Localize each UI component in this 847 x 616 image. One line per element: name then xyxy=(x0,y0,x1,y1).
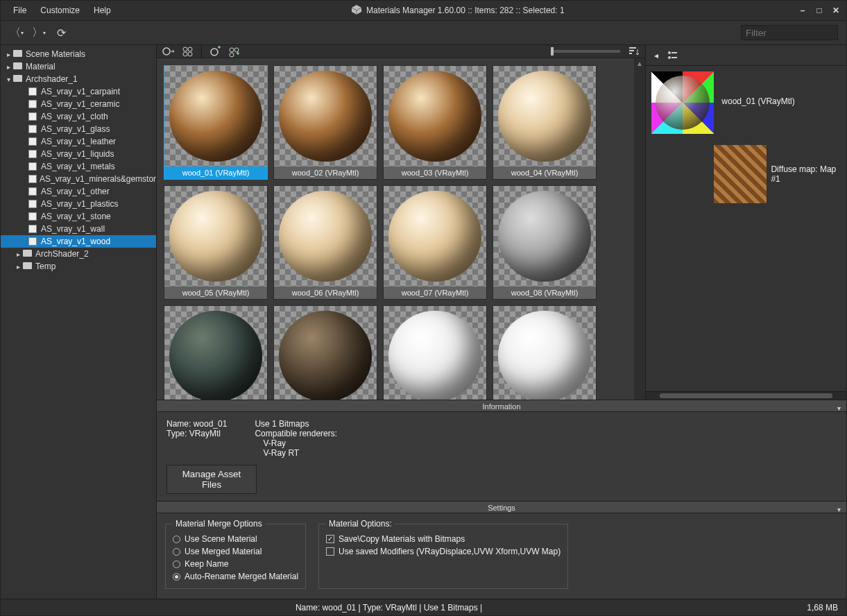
check-use-modifiers[interactable] xyxy=(326,547,334,556)
tree-item[interactable]: Scene Materials xyxy=(26,49,85,59)
svg-point-8 xyxy=(230,48,234,52)
preview-scrollbar[interactable] xyxy=(646,391,846,400)
tree-item-AS_vray_v1_stone[interactable]: AS_vray_v1_stone xyxy=(1,210,156,223)
radio-use-scene[interactable] xyxy=(173,536,180,543)
material-thumbnail[interactable]: wood_07 (VRayMtl) xyxy=(383,185,487,300)
tree-item-AS_vray_v1_cloth[interactable]: AS_vray_v1_cloth xyxy=(1,110,156,123)
material-file-icon xyxy=(28,150,37,158)
radio-use-merged[interactable] xyxy=(173,548,180,556)
thumb-label: wood_08 (VRayMtl) xyxy=(493,286,596,299)
tree-item-AS_vray_v1_wall[interactable]: AS_vray_v1_wall xyxy=(1,223,156,235)
tree-item-AS_vray_v1_metals[interactable]: AS_vray_v1_metals xyxy=(1,160,156,173)
app-icon xyxy=(351,4,362,17)
assign-to-editor-icon[interactable] xyxy=(182,45,194,58)
thumbnail-zoom-slider[interactable] xyxy=(551,50,620,53)
svg-point-10 xyxy=(230,53,234,57)
nav-forward-button[interactable]: 〉▾ xyxy=(31,25,46,40)
tree-item-AS_vray_v1_carpaint[interactable]: AS_vray_v1_carpaint xyxy=(1,85,156,98)
radio-keep-name[interactable] xyxy=(173,561,180,568)
assign-to-selection-icon[interactable] xyxy=(162,45,175,58)
sort-icon[interactable] xyxy=(627,45,640,58)
material-thumbnail[interactable]: wood_05 (VRayMtl) xyxy=(164,185,268,300)
preview-map-thumb[interactable] xyxy=(714,145,767,203)
svg-point-9 xyxy=(234,48,239,52)
tree-item-label: AS_vray_v1_leather xyxy=(41,137,116,146)
tree-item[interactable]: ArchShader_2 xyxy=(35,249,89,259)
menu-file[interactable]: File xyxy=(6,3,33,18)
svg-point-12 xyxy=(668,56,671,59)
expand-icon[interactable]: ▸ xyxy=(3,63,13,71)
tree-item[interactable]: Material xyxy=(26,62,55,71)
thumb-label: wood_02 (VRayMtl) xyxy=(274,166,377,179)
svg-point-7 xyxy=(211,49,218,55)
radio-auto-rename[interactable] xyxy=(173,573,180,581)
svg-point-4 xyxy=(188,47,192,51)
settings-panel: Material Merge Options Use Scene Materia… xyxy=(157,513,846,599)
svg-point-2 xyxy=(163,48,170,55)
add-material-icon[interactable] xyxy=(209,45,221,58)
collapse-icon[interactable]: ▾ xyxy=(3,76,13,83)
tree-item-label: AS_vray_v1_cloth xyxy=(41,112,108,121)
preview-material-label: wood_01 (VRayMtl) xyxy=(721,71,794,106)
folder-icon xyxy=(13,75,22,82)
chevron-down-icon: ▾ xyxy=(837,402,841,415)
preview-sphere[interactable] xyxy=(651,71,714,134)
material-file-icon xyxy=(28,212,37,221)
tree-item-AS_vray_v1_leather[interactable]: AS_vray_v1_leather xyxy=(1,135,156,148)
tree-item-label: AS_vray_v1_metals xyxy=(41,162,115,171)
manage-asset-files-button[interactable]: Manage Asset Files xyxy=(166,465,257,494)
tree-item-label: AS_vray_v1_glass xyxy=(41,124,110,134)
nav-refresh-button[interactable]: ⟳ xyxy=(53,25,69,40)
material-file-icon xyxy=(28,175,37,183)
filter-input[interactable] xyxy=(741,25,838,40)
tree-item[interactable]: Temp xyxy=(35,262,55,271)
check-save-copy[interactable] xyxy=(326,535,334,543)
tree-item-label: AS_vray_v1_minerals&gemstone xyxy=(40,174,156,184)
material-file-icon xyxy=(28,200,37,208)
tree-item-AS_vray_v1_wood[interactable]: AS_vray_v1_wood xyxy=(1,235,156,248)
tree-item-AS_vray_v1_ceramic[interactable]: AS_vray_v1_ceramic xyxy=(1,98,156,110)
material-thumbnail[interactable]: wood_06 (VRayMtl) xyxy=(273,185,377,300)
svg-point-3 xyxy=(183,47,187,51)
thumb-scrollbar[interactable]: ▲▼ xyxy=(634,58,645,427)
nav-back-button[interactable]: 〈▾ xyxy=(9,25,24,40)
tree-item-AS_vray_v1_other[interactable]: AS_vray_v1_other xyxy=(1,185,156,198)
material-thumbnail[interactable]: wood_08 (VRayMtl) xyxy=(493,185,597,300)
thumbnail-grid[interactable]: wood_01 (VRayMtl)wood_02 (VRayMtl)wood_0… xyxy=(157,58,634,427)
info-compat-1: V-Ray xyxy=(255,438,337,448)
tree-item-AS_vray_v1_liquids[interactable]: AS_vray_v1_liquids xyxy=(1,148,156,160)
thumb-label: wood_01 (VRayMtl) xyxy=(164,166,267,179)
preview-options-icon[interactable] xyxy=(667,49,679,62)
add-from-editor-icon[interactable] xyxy=(228,45,241,58)
tree-item-label: AS_vray_v1_liquids xyxy=(41,149,114,159)
material-thumbnail[interactable]: wood_02 (VRayMtl) xyxy=(273,65,377,180)
tree-item-AS_vray_v1_minerals&gemstone[interactable]: AS_vray_v1_minerals&gemstone xyxy=(1,173,156,185)
tree-item-label: AS_vray_v1_carpaint xyxy=(41,87,120,96)
status-text: Name: wood_01 | Type: VRayMtl | Use 1 Bi… xyxy=(9,603,769,613)
material-thumbnail[interactable]: wood_03 (VRayMtl) xyxy=(383,65,487,180)
tree-item[interactable]: Archshader_1 xyxy=(26,74,78,84)
expand-icon[interactable]: ▸ xyxy=(13,263,23,271)
thumb-label: wood_05 (VRayMtl) xyxy=(164,286,267,299)
maximize-button[interactable]: □ xyxy=(814,6,824,15)
tree-item-AS_vray_v1_plastics[interactable]: AS_vray_v1_plastics xyxy=(1,198,156,210)
expand-icon[interactable]: ▸ xyxy=(3,51,13,58)
expand-icon[interactable]: ▸ xyxy=(13,250,23,258)
folder-icon xyxy=(23,250,32,257)
svg-point-5 xyxy=(183,52,187,56)
material-file-icon xyxy=(28,162,37,171)
library-tree[interactable]: ▸ Scene Materials ▸ Material ▾ Archshade… xyxy=(1,45,157,599)
material-thumbnail[interactable]: wood_01 (VRayMtl) xyxy=(164,65,268,180)
material-file-icon xyxy=(28,137,37,146)
section-settings-header[interactable]: Settings▾ xyxy=(157,501,846,513)
preview-collapse-icon[interactable]: ◂ xyxy=(650,49,662,62)
tree-item-AS_vray_v1_glass[interactable]: AS_vray_v1_glass xyxy=(1,123,156,135)
menu-customize[interactable]: Customize xyxy=(33,3,87,18)
close-button[interactable]: ✕ xyxy=(831,6,841,15)
section-information-header[interactable]: Information▾ xyxy=(157,400,846,412)
info-name: Name: wood_01 xyxy=(166,419,227,429)
thumb-label: wood_03 (VRayMtl) xyxy=(384,166,486,179)
menu-help[interactable]: Help xyxy=(87,3,118,18)
material-thumbnail[interactable]: wood_04 (VRayMtl) xyxy=(493,65,597,180)
minimize-button[interactable]: – xyxy=(798,6,807,15)
